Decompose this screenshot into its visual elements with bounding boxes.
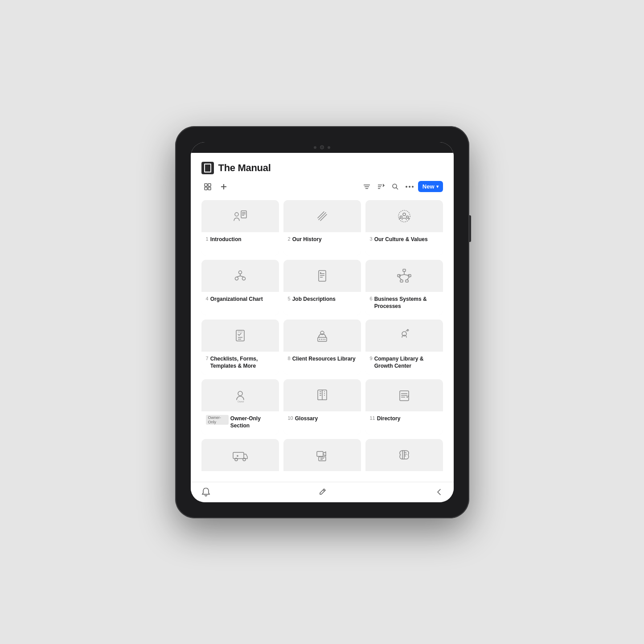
card-directory[interactable]: 11 Directory bbox=[365, 379, 443, 435]
card-title: Business Systems & Processes bbox=[374, 295, 439, 310]
card-title: Directory bbox=[377, 415, 401, 422]
svg-rect-69 bbox=[233, 452, 244, 459]
card-job-descriptions-icon-area bbox=[283, 260, 361, 292]
app-header: The Manual bbox=[201, 162, 443, 174]
svg-rect-45 bbox=[406, 280, 408, 282]
sort-button[interactable] bbox=[375, 181, 387, 193]
card-owner-only-icon-area: Owner bbox=[201, 379, 279, 411]
svg-text:Owner: Owner bbox=[238, 400, 244, 403]
svg-rect-65 bbox=[400, 391, 409, 401]
card-media-resources-label bbox=[283, 471, 361, 482]
card-brain-ai-label bbox=[365, 471, 443, 482]
tablet-device: The Manual bbox=[175, 126, 469, 518]
app-icon bbox=[201, 162, 214, 174]
card-number: 4 bbox=[206, 296, 209, 301]
more-button[interactable] bbox=[404, 181, 415, 193]
svg-point-22 bbox=[235, 213, 238, 216]
svg-point-15 bbox=[406, 186, 407, 188]
card-culture-values[interactable]: 3 Our Culture & Values bbox=[365, 200, 443, 255]
card-directory-label: 11 Directory bbox=[365, 411, 443, 435]
card-owner-only-label: Owner-Only Owner-Only Section bbox=[201, 411, 279, 435]
svg-line-24 bbox=[320, 214, 327, 221]
svg-line-34 bbox=[237, 276, 240, 277]
card-emergency[interactable] bbox=[201, 439, 279, 482]
ambulance-icon bbox=[232, 447, 248, 463]
svg-rect-40 bbox=[320, 272, 321, 274]
camera-lens bbox=[320, 145, 324, 149]
grid-view-button[interactable] bbox=[201, 180, 214, 193]
card-number: 10 bbox=[288, 415, 293, 421]
card-media-resources-icon-area bbox=[283, 439, 361, 471]
card-emergency-icon-area bbox=[201, 439, 279, 471]
card-glossary-icon-area bbox=[283, 379, 361, 411]
card-job-descriptions[interactable]: 5 Job Descriptions bbox=[283, 260, 361, 315]
svg-line-35 bbox=[240, 276, 244, 277]
card-media-resources[interactable] bbox=[283, 439, 361, 482]
card-culture-values-label: 3 Our Culture & Values bbox=[365, 232, 443, 255]
svg-line-50 bbox=[407, 277, 410, 280]
card-title: Client Resources Library bbox=[292, 355, 356, 362]
search-button[interactable] bbox=[390, 181, 401, 193]
camera-dot-2 bbox=[328, 146, 330, 149]
svg-point-31 bbox=[235, 277, 238, 280]
power-button[interactable] bbox=[469, 215, 471, 242]
card-client-resources[interactable]: 8 Client Resources Library bbox=[283, 320, 361, 375]
svg-point-32 bbox=[242, 277, 245, 280]
svg-point-30 bbox=[238, 271, 242, 274]
content-area: The Manual bbox=[191, 153, 454, 482]
new-button[interactable]: New ▾ bbox=[418, 181, 443, 192]
card-title: Introduction bbox=[210, 236, 242, 243]
card-title: Organizational Chart bbox=[210, 295, 263, 303]
filter-button[interactable] bbox=[361, 181, 373, 193]
camera-dot-1 bbox=[314, 146, 316, 149]
owner-icon: Owner bbox=[232, 387, 248, 403]
card-company-library[interactable]: 9 Company Library & Growth Center bbox=[365, 320, 443, 375]
toolbar-left bbox=[201, 180, 357, 193]
card-checklists-label: 7 Checklists, Forms, Templates & More bbox=[201, 352, 279, 375]
card-client-resources-icon-area bbox=[283, 320, 361, 352]
card-title: Our History bbox=[292, 236, 322, 243]
add-button[interactable] bbox=[217, 180, 230, 193]
cards-grid: 1 Introduction 2 Our bbox=[201, 200, 443, 482]
card-directory-icon-area bbox=[365, 379, 443, 411]
notification-button[interactable] bbox=[200, 486, 212, 498]
card-number: 2 bbox=[288, 236, 291, 242]
card-culture-values-icon-area bbox=[365, 200, 443, 232]
card-checklists[interactable]: 7 Checklists, Forms, Templates & More bbox=[201, 320, 279, 375]
card-org-chart[interactable]: 4 Organizational Chart bbox=[201, 260, 279, 315]
card-introduction[interactable]: 1 Introduction bbox=[201, 200, 279, 255]
svg-line-49 bbox=[399, 277, 402, 280]
toolbar-right: New ▾ bbox=[361, 181, 443, 193]
compose-button[interactable] bbox=[316, 486, 328, 498]
card-brain-ai[interactable] bbox=[365, 439, 443, 482]
list-doc-icon bbox=[314, 268, 330, 284]
svg-rect-1 bbox=[208, 184, 211, 186]
card-glossary[interactable]: 10 Glossary bbox=[283, 379, 361, 435]
svg-point-17 bbox=[412, 186, 414, 188]
card-company-library-icon-area bbox=[365, 320, 443, 352]
app-title: The Manual bbox=[218, 162, 271, 174]
card-number: 7 bbox=[206, 356, 209, 361]
svg-rect-74 bbox=[317, 451, 323, 456]
svg-rect-54 bbox=[238, 331, 242, 332]
card-emergency-label bbox=[201, 471, 279, 482]
card-business-systems[interactable]: 6 Business Systems & Processes bbox=[365, 260, 443, 315]
card-our-history-icon-area bbox=[283, 200, 361, 232]
svg-rect-56 bbox=[318, 337, 327, 341]
card-owner-only[interactable]: Owner Owner-Only Owner-Only Section bbox=[201, 379, 279, 435]
card-business-systems-icon-area bbox=[365, 260, 443, 292]
svg-line-25 bbox=[318, 212, 324, 218]
card-title: Our Culture & Values bbox=[374, 236, 428, 243]
card-title: Job Descriptions bbox=[292, 295, 336, 303]
card-number: 6 bbox=[370, 296, 373, 301]
card-our-history[interactable]: 2 Our History bbox=[283, 200, 361, 255]
card-job-descriptions-label: 5 Job Descriptions bbox=[283, 292, 361, 315]
brain-list-icon bbox=[396, 447, 412, 463]
new-button-label: New bbox=[422, 183, 435, 190]
card-title: Company Library & Growth Center bbox=[374, 355, 439, 369]
card-number: 8 bbox=[288, 356, 291, 361]
card-org-chart-icon-area bbox=[201, 260, 279, 292]
back-button[interactable] bbox=[432, 486, 445, 498]
card-number: 11 bbox=[370, 415, 375, 421]
card-title: Checklists, Forms, Templates & More bbox=[210, 355, 275, 369]
